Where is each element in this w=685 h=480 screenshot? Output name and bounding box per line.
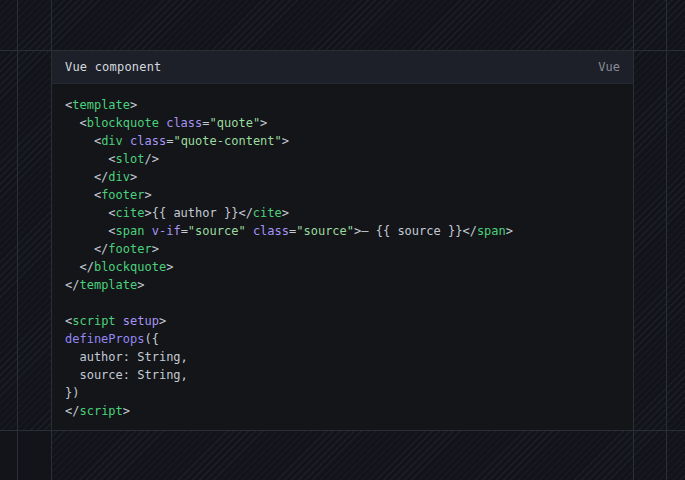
page-background: Vue component Vue <template> <blockquote… (0, 0, 685, 480)
code-line: </template> (65, 276, 620, 294)
code-line: <script setup> (65, 312, 620, 330)
code-token: </ (65, 170, 108, 184)
code-token: v-if (152, 224, 181, 238)
panel-title: Vue component (65, 51, 162, 83)
code-line: </blockquote> (65, 258, 620, 276)
code-token: div (108, 170, 130, 184)
code-token: span (477, 224, 506, 238)
code-token (116, 314, 123, 328)
grid-line-horizontal-bottom (0, 430, 685, 431)
code-token: </ (65, 260, 94, 274)
panel-language-badge: Vue (598, 51, 620, 83)
code-token: cite (116, 206, 145, 220)
code-token: "source" (296, 224, 354, 238)
code-token: > (152, 242, 159, 256)
code-line: </div> (65, 168, 620, 186)
code-token: /> (144, 152, 158, 166)
code-token: "quote-content" (173, 134, 281, 148)
code-token: < (65, 152, 116, 166)
code-token: author: String, (65, 350, 188, 364)
code-token: div (101, 134, 123, 148)
code-token: class (253, 224, 289, 238)
code-token: < (65, 134, 101, 148)
code-token: > (260, 116, 267, 130)
code-token: > (144, 188, 151, 202)
bottom-left-solid-cell (0, 431, 51, 480)
code-token: defineProps (65, 332, 144, 346)
code-token: setup (123, 314, 159, 328)
code-panel-header: Vue component Vue (52, 51, 633, 84)
code-token (144, 224, 151, 238)
code-line: <blockquote class="quote"> (65, 114, 620, 132)
code-token: "quote" (210, 116, 261, 130)
grid-line-vertical-outer-left (17, 0, 18, 480)
code-token: source: String, (65, 368, 188, 382)
code-token: > (123, 404, 130, 418)
code-token: script (72, 314, 115, 328)
code-line: <footer> (65, 186, 620, 204)
code-token: class (130, 134, 166, 148)
code-token: >– {{ source }}</ (354, 224, 477, 238)
code-token: > (506, 224, 513, 238)
grid-line-vertical-inner-right (633, 0, 634, 480)
code-token: slot (116, 152, 145, 166)
code-line: source: String, (65, 366, 620, 384)
code-token: footer (101, 188, 144, 202)
code-token: class (166, 116, 202, 130)
code-token (246, 224, 253, 238)
code-token: </ (65, 242, 108, 256)
code-token: template (72, 98, 130, 112)
code-block: <template> <blockquote class="quote"> <d… (52, 84, 633, 430)
code-line: defineProps({ (65, 330, 620, 348)
grid-line-vertical-outer-right (666, 0, 667, 480)
code-line: </script> (65, 402, 620, 420)
code-token: > (159, 314, 166, 328)
code-line: author: String, (65, 348, 620, 366)
code-line: }) (65, 384, 620, 402)
code-token: ({ (144, 332, 158, 346)
code-token: script (79, 404, 122, 418)
code-token: = (202, 116, 209, 130)
code-token: < (65, 188, 101, 202)
code-line: </footer> (65, 240, 620, 258)
code-token: "source" (188, 224, 246, 238)
code-token: span (116, 224, 145, 238)
code-line (65, 294, 620, 312)
code-token: }) (65, 386, 79, 400)
code-token: </ (65, 404, 79, 418)
code-token: > (282, 134, 289, 148)
code-token: < (65, 116, 87, 130)
code-token: < (65, 224, 116, 238)
code-token: template (79, 278, 137, 292)
code-token: = (181, 224, 188, 238)
code-token: > (130, 98, 137, 112)
code-line: <cite>{{ author }}</cite> (65, 204, 620, 222)
code-token: blockquote (87, 116, 159, 130)
code-token: blockquote (94, 260, 166, 274)
code-token: > (137, 278, 144, 292)
code-token (123, 134, 130, 148)
code-line: <template> (65, 96, 620, 114)
code-panel: Vue component Vue <template> <blockquote… (52, 51, 633, 430)
code-line: <slot/> (65, 150, 620, 168)
code-line: <div class="quote-content"> (65, 132, 620, 150)
code-token: cite (253, 206, 282, 220)
code-token: < (65, 206, 116, 220)
code-token: > (166, 260, 173, 274)
code-line: <span v-if="source" class="source">– {{ … (65, 222, 620, 240)
code-token: >{{ author }}</ (144, 206, 252, 220)
code-token: footer (108, 242, 151, 256)
code-token: > (282, 206, 289, 220)
code-token: > (130, 170, 137, 184)
code-token: </ (65, 278, 79, 292)
